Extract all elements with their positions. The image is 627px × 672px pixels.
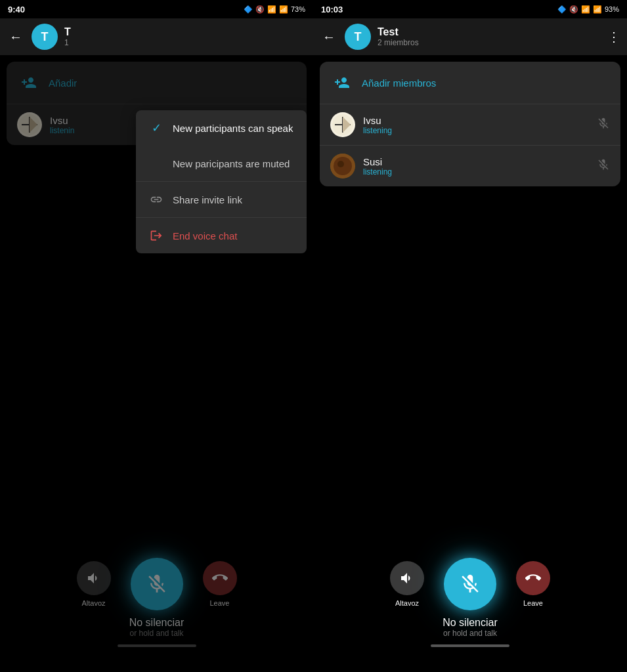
right-signal-icon: 📶: [593, 5, 602, 14]
dropdown-item-muted[interactable]: New paricipants are muted: [136, 146, 307, 181]
empty-icon: [149, 156, 163, 171]
right-participants-card: Añadir miembros Ivsu listening: [320, 62, 620, 186]
signal-icon: 📶: [279, 5, 288, 14]
right-speaker-label: Altavoz: [395, 599, 419, 607]
right-battery-level: 93%: [605, 5, 619, 13]
right-susi-row: Susi listening: [320, 145, 620, 186]
right-back-button[interactable]: ←: [320, 27, 338, 47]
right-add-label: Añadir miembros: [362, 77, 436, 89]
right-nav-indicator: [431, 644, 509, 647]
dropdown-menu: ✓ New participants can speak New paricip…: [136, 110, 307, 253]
right-add-members[interactable]: Añadir miembros: [320, 62, 620, 104]
left-status-bar: 9:40 🔷 🔇 📶 📶 73%: [0, 0, 313, 18]
right-ivsu-mute-icon: [597, 117, 610, 133]
right-time: 10:03: [321, 5, 343, 14]
right-ivsu-status: listening: [363, 126, 589, 135]
right-ivsu-row: Ivsu listening: [320, 104, 620, 145]
left-status-icons: 🔷 🔇 📶 📶 73%: [244, 5, 305, 14]
right-speaker-circle: [390, 561, 424, 595]
right-status-icons: 🔷 🔇 📶 📶 93%: [557, 5, 619, 14]
right-mute-button[interactable]: [444, 558, 496, 610]
check-icon: ✓: [149, 121, 163, 135]
right-volume-off-icon: 🔇: [569, 5, 578, 14]
right-leave-label: Leave: [523, 599, 543, 607]
right-avatar: T: [345, 24, 371, 50]
dropdown-item-end[interactable]: End voice chat: [136, 218, 307, 253]
left-panel: 9:40 🔷 🔇 📶 📶 73% ← T T 1 Aña: [0, 0, 313, 672]
right-unmute-text: No silenciar or hold and talk: [443, 617, 498, 638]
left-back-button[interactable]: ←: [7, 27, 25, 47]
right-top-bar: ← T Test 2 miembros ⋮: [313, 18, 627, 55]
right-ivsu-name: Ivsu: [363, 115, 589, 126]
right-susi-name: Susi: [363, 156, 589, 167]
left-main-content: Añadir Ivsu listenin: [0, 55, 313, 672]
right-top-info: Test 2 miembros: [378, 26, 601, 47]
right-chat-title: Test: [378, 26, 601, 38]
dropdown-item-can-speak[interactable]: ✓ New participants can speak: [136, 110, 307, 146]
left-top-info: T 1: [64, 26, 307, 47]
right-susi-info: Susi listening: [363, 156, 589, 177]
dropdown-label-end: End voice chat: [173, 230, 237, 242]
right-mute-circle: [444, 558, 496, 610]
right-susi-mute-icon: [597, 158, 610, 175]
right-leave-circle: [516, 561, 550, 595]
right-bottom-controls: Altavoz Leave No si: [313, 558, 627, 652]
right-susi-avatar: [330, 154, 355, 178]
svg-point-8: [337, 161, 344, 167]
right-ivsu-info: Ivsu listening: [363, 115, 589, 135]
right-more-button[interactable]: ⋮: [607, 29, 620, 45]
dropdown-label-muted: New paricipants are muted: [173, 158, 290, 169]
right-status-bar: 10:03 🔷 🔇 📶 📶 93%: [313, 0, 627, 18]
right-susi-status: listening: [363, 167, 589, 177]
right-chat-subtitle: 2 miembros: [378, 38, 601, 47]
left-time: 9:40: [8, 5, 25, 14]
volume-off-icon: 🔇: [255, 5, 265, 14]
battery-level: 73%: [291, 5, 305, 13]
wifi-icon: 📶: [267, 5, 276, 14]
right-speaker-button[interactable]: Altavoz: [390, 561, 424, 607]
left-top-bar: ← T T 1: [0, 18, 313, 55]
left-avatar: T: [32, 24, 58, 50]
right-ivsu-avatar: [330, 112, 355, 137]
dropdown-label-speak: New participants can speak: [173, 123, 293, 134]
dropdown-item-share[interactable]: Share invite link: [136, 182, 307, 217]
dropdown-label-share: Share invite link: [173, 194, 242, 205]
link-icon: [149, 192, 163, 207]
exit-icon: [149, 228, 163, 243]
bluetooth-icon: 🔷: [244, 5, 253, 14]
right-add-person-icon: [330, 71, 354, 94]
right-wifi-icon: 📶: [581, 5, 590, 14]
right-controls-row: Altavoz Leave: [313, 558, 627, 610]
left-chat-title: T: [64, 26, 307, 38]
right-panel: 10:03 🔷 🔇 📶 📶 93% ← T Test 2 miembros ⋮: [313, 0, 627, 672]
left-chat-subtitle: 1: [64, 38, 307, 47]
right-leave-button[interactable]: Leave: [516, 561, 550, 607]
right-bluetooth-icon: 🔷: [557, 5, 567, 14]
